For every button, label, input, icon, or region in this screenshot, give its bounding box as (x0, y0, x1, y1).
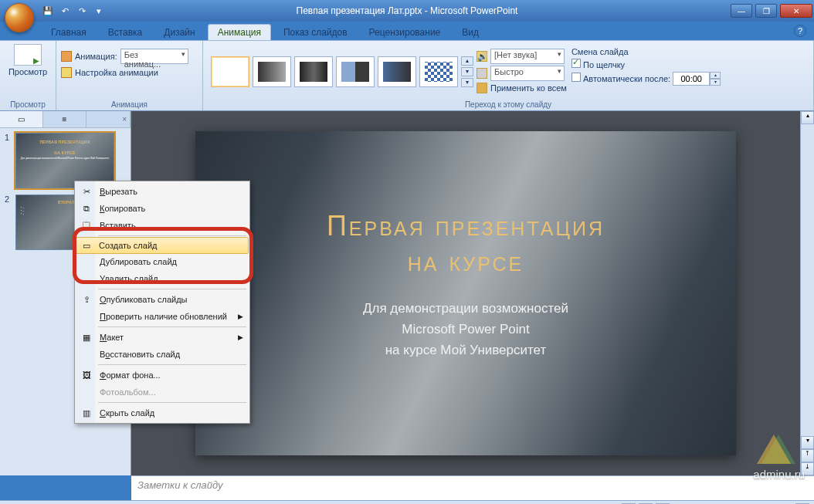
apply-all-label: Применить ко всем (490, 83, 567, 93)
menu-item[interactable]: ▭Создать слайд (76, 237, 249, 254)
tab-home[interactable]: Главная (42, 25, 96, 40)
menu-item[interactable]: Проверить наличие обновлений▶ (76, 308, 248, 325)
group-transition: ▴▾▾ 🔊[Нет звука] Быстро Применить ко все… (203, 41, 814, 110)
group-label-animation: Анимация (61, 99, 198, 110)
auto-after-label: Автоматически после: (583, 74, 670, 83)
tab-slideshow[interactable]: Показ слайдов (274, 25, 357, 40)
sound-icon: 🔊 (477, 51, 487, 62)
slide-subtitle: Для демонстрации возможностей Microsoft … (363, 298, 568, 361)
status-bar: Слайд 1 из 2 "Апекс" ✎ Русский (Россия) … (0, 500, 814, 504)
custom-animation-icon (61, 67, 72, 78)
context-menu: ✂Вырезать⧉Копировать📋Вставить▭Создать сл… (74, 181, 250, 424)
group-label-transition: Переход к этому слайду (208, 99, 809, 110)
minimize-button[interactable]: — (731, 4, 752, 18)
gallery-more[interactable]: ▴▾▾ (461, 56, 473, 87)
window-controls: — ❐ ✕ (729, 4, 814, 18)
apply-to-all-button[interactable]: Применить ко всем (477, 83, 567, 93)
transition-fade[interactable] (253, 56, 291, 87)
preview-label: Просмотр (8, 67, 47, 76)
help-icon[interactable]: ? (794, 25, 806, 37)
group-animation: Анимация: Без анимац... Настройка анимац… (56, 41, 203, 110)
time-input[interactable] (673, 72, 710, 86)
menu-item[interactable]: ✂Вырезать (76, 183, 248, 200)
qat-more-icon[interactable]: ▾ (91, 3, 107, 19)
thumb-1-title: ПЕРВАЯ ПРЕЗЕНТАЦИЯ (16, 134, 114, 144)
speed-icon (477, 68, 487, 79)
menu-item[interactable]: Удалить слайд (76, 270, 248, 287)
transition-fade2[interactable] (294, 56, 333, 87)
thumb-2-num: 2 (5, 194, 12, 250)
transition-none[interactable] (211, 56, 249, 87)
preview-button[interactable]: Просмотр (5, 44, 51, 76)
watermark-text: adminu.ru (753, 468, 805, 481)
redo-icon[interactable]: ↷ (74, 3, 90, 19)
auto-after-checkbox[interactable] (571, 73, 581, 82)
menu-item[interactable]: ▥Скрыть слайд (76, 404, 248, 421)
undo-icon[interactable]: ↶ (57, 3, 73, 19)
window-title: Певпая презентация Лат.pptx - Microsoft … (297, 5, 518, 16)
transition-gallery: ▴▾▾ (208, 44, 477, 93)
menu-item[interactable]: ⧉Копировать (76, 200, 248, 217)
panel-tabs: ▭ ≡ × (0, 111, 131, 128)
slide-canvas[interactable]: Первая презентацияна курсе Для демонстра… (195, 131, 736, 455)
prev-slide-icon[interactable]: ⤒ (801, 449, 814, 462)
tab-view[interactable]: Вид (453, 25, 488, 40)
transition-cut[interactable] (336, 56, 375, 87)
tab-review[interactable]: Рецензирование (360, 25, 450, 40)
tab-animation[interactable]: Анимация (208, 24, 271, 40)
thumb-1-sub: Для демонстрации возможностей Microsoft … (16, 155, 114, 160)
menu-item: Фотоальбом... (76, 384, 248, 401)
vertical-scrollbar[interactable]: ▴ ▾ ⤒ ⤓ (800, 111, 814, 475)
notes-pane[interactable]: Заметки к слайду (131, 475, 814, 500)
animate-icon (61, 51, 72, 62)
animate-label: Анимация: (75, 52, 117, 61)
apply-all-icon (477, 83, 487, 93)
maximize-button[interactable]: ❐ (755, 4, 777, 18)
group-label-preview: Просмотр (5, 99, 51, 110)
save-icon[interactable]: 💾 (40, 3, 56, 19)
ribbon: Просмотр Просмотр Анимация: Без анимац..… (0, 40, 814, 111)
auto-after-time[interactable]: ▴▾ (673, 72, 721, 86)
ribbon-tabs: Главная Вставка Дизайн Анимация Показ сл… (39, 22, 814, 40)
transition-wipe[interactable] (378, 56, 416, 87)
thumb-1-title2: НА КУРСЕ (16, 144, 114, 155)
custom-animation-label: Настройка анимации (75, 68, 158, 77)
advance-slide: Смена слайда По щелчку Автоматически пос… (567, 44, 725, 93)
thumb-1-num: 1 (5, 133, 12, 188)
slides-tab[interactable]: ▭ (0, 111, 43, 127)
title-bar: 💾 ↶ ↷ ▾ Певпая презентация Лат.pptx - Mi… (0, 0, 814, 22)
animation-combo[interactable]: Без анимац... (120, 49, 188, 64)
tab-design[interactable]: Дизайн (154, 25, 204, 40)
group-preview: Просмотр Просмотр (0, 41, 56, 110)
watermark-triangle (757, 435, 791, 464)
transition-options: 🔊[Нет звука] Быстро Применить ко всем (477, 44, 567, 93)
transition-dissolve[interactable] (419, 56, 458, 87)
menu-item[interactable]: Дублировать слайд (76, 253, 248, 270)
menu-item[interactable]: ▦Макет▶ (76, 329, 248, 346)
slide-title: Первая презентацияна курсе (327, 208, 605, 279)
menu-item[interactable]: 🖼Формат фона... (76, 367, 248, 384)
preview-icon (14, 44, 42, 66)
quick-access-toolbar: 💾 ↶ ↷ ▾ (40, 3, 107, 19)
outline-tab[interactable]: ≡ (43, 111, 86, 127)
menu-item[interactable]: ⇪Опубликовать слайды (76, 291, 248, 308)
custom-animation-button[interactable]: Настройка анимации (61, 67, 198, 78)
scroll-up-icon[interactable]: ▴ (801, 111, 814, 124)
speed-combo[interactable]: Быстро (490, 66, 565, 81)
menu-item[interactable]: 📋Вставить (76, 217, 248, 234)
close-button[interactable]: ✕ (780, 4, 812, 18)
sound-combo[interactable]: [Нет звука] (490, 49, 565, 64)
scroll-down-icon[interactable]: ▾ (801, 436, 814, 449)
panel-close[interactable]: × (86, 111, 131, 127)
on-click-checkbox[interactable] (571, 59, 581, 68)
on-click-label: По щелчку (583, 60, 625, 69)
tab-insert[interactable]: Вставка (99, 25, 152, 40)
menu-item[interactable]: Восстановить слайд (76, 346, 248, 363)
office-button[interactable] (5, 3, 34, 32)
advance-header: Смена слайда (571, 47, 721, 56)
